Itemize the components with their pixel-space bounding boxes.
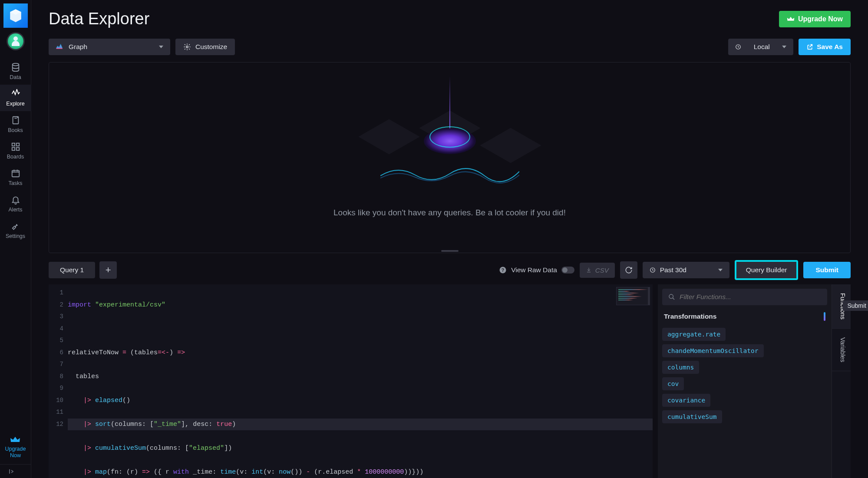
visualization-type-dropdown[interactable]: Graph [49, 39, 170, 55]
view-raw-data-label: View Raw Data [511, 266, 557, 274]
svg-point-7 [186, 46, 188, 48]
svg-rect-3 [16, 143, 19, 146]
nav-data-label: Data [10, 74, 21, 80]
wrench-icon [11, 221, 20, 231]
nav-upgrade-label: UpgradeNow [5, 446, 26, 459]
nav-settings-label: Settings [6, 233, 25, 239]
functions-section-title: Transformations [664, 313, 716, 320]
visualization-panel: Looks like you don't have any queries. B… [49, 62, 851, 253]
functions-panel: Transformations aggregate.rate chandeMom… [658, 284, 832, 478]
save-as-label: Save As [817, 43, 843, 51]
time-range-dropdown[interactable]: Past 30d [643, 262, 729, 278]
nav-data[interactable]: Data [0, 58, 31, 85]
editor-content[interactable]: import "experimental/csv" relativeToNow … [68, 284, 423, 478]
refresh-icon [625, 266, 633, 274]
query-tab-1[interactable]: Query 1 [49, 262, 95, 278]
side-tab-variables[interactable]: Variables [832, 329, 851, 371]
user-avatar[interactable] [7, 32, 25, 50]
graph-icon [56, 43, 63, 51]
nav-tasks-label: Tasks [9, 180, 23, 186]
submit-button[interactable]: Submit [803, 262, 851, 278]
function-item[interactable]: cumulativeSum [662, 410, 722, 423]
upgrade-now-label: Upgrade Now [798, 15, 843, 23]
editor-gutter: 123456789101112 [49, 284, 68, 478]
database-icon [11, 63, 20, 72]
upgrade-now-button[interactable]: Upgrade Now [779, 11, 851, 27]
timezone-label: Local [754, 43, 770, 51]
bell-icon [11, 195, 20, 204]
svg-point-12 [669, 294, 673, 298]
download-icon [586, 267, 592, 273]
add-query-button[interactable]: + [99, 261, 117, 279]
save-as-button[interactable]: Save As [799, 39, 851, 55]
crown-icon [10, 435, 20, 444]
functions-search[interactable] [662, 289, 827, 305]
search-icon [668, 293, 675, 300]
csv-label: CSV [595, 267, 609, 274]
empty-state-illustration [354, 98, 545, 198]
submit-tooltip: Submit [843, 300, 868, 311]
functions-list: aggregate.rate chandeMomentumOscillator … [662, 328, 827, 423]
gear-icon [183, 43, 191, 51]
empty-state-message: Looks like you don't have any queries. B… [333, 208, 566, 218]
svg-rect-4 [12, 148, 14, 150]
books-icon [11, 115, 20, 125]
nav-boards[interactable]: Boards [0, 138, 31, 164]
function-item[interactable]: cov [662, 377, 684, 390]
nav-explore[interactable]: Explore [0, 85, 31, 111]
explore-icon [11, 89, 20, 99]
time-range-label: Past 30d [660, 266, 686, 274]
crown-icon [787, 16, 795, 22]
toggle-switch[interactable] [561, 267, 574, 274]
export-icon [806, 43, 813, 50]
avatar-icon [8, 33, 23, 49]
page-title: Data Explorer [49, 10, 149, 28]
svg-point-0 [12, 63, 19, 66]
function-item[interactable]: aggregate.rate [662, 328, 726, 341]
nav-boards-label: Boards [7, 154, 24, 160]
function-item[interactable]: columns [662, 361, 699, 374]
function-item[interactable]: chandeMomentumOscillator [662, 344, 764, 357]
customize-label: Customize [195, 43, 227, 51]
scroll-indicator [824, 312, 825, 321]
svg-rect-6 [12, 171, 19, 177]
chevron-down-icon [718, 269, 723, 271]
nav-books[interactable]: Books [0, 111, 31, 138]
nav-upgrade[interactable]: UpgradeNow [5, 430, 26, 464]
csv-download-button[interactable]: CSV [580, 263, 615, 278]
svg-text:?: ? [502, 267, 504, 273]
nav-tasks[interactable]: Tasks [0, 164, 31, 191]
boards-icon [11, 142, 20, 152]
influx-logo-icon [8, 8, 23, 23]
nav-books-label: Books [8, 127, 23, 133]
left-nav: Data Explore Books Boards Tasks Alerts S… [0, 0, 31, 478]
clock-icon [735, 44, 741, 50]
nav-settings[interactable]: Settings [0, 217, 31, 244]
function-item[interactable]: covariance [662, 394, 710, 407]
collapse-icon [9, 468, 16, 475]
app-logo[interactable] [3, 3, 28, 28]
functions-search-input[interactable] [680, 293, 821, 301]
nav-alerts[interactable]: Alerts [0, 191, 31, 217]
nav-alerts-label: Alerts [9, 207, 23, 213]
query-builder-button[interactable]: Query Builder [735, 260, 799, 280]
refresh-button[interactable] [620, 261, 637, 279]
chevron-down-icon [159, 46, 163, 48]
customize-button[interactable]: Customize [175, 39, 235, 55]
panel-resize-handle[interactable] [441, 250, 459, 252]
clock-icon [650, 267, 656, 273]
flux-editor[interactable]: 123456789101112 import "experimental/csv… [49, 284, 653, 478]
calendar-icon [11, 168, 20, 178]
chevron-down-icon [782, 46, 786, 48]
svg-rect-2 [12, 143, 14, 146]
svg-rect-5 [16, 148, 19, 150]
timezone-dropdown[interactable]: Local [728, 39, 793, 55]
editor-minimap[interactable] [616, 287, 650, 305]
visualization-type-label: Graph [69, 43, 87, 51]
nav-explore-label: Explore [6, 101, 24, 107]
help-icon: ? [499, 266, 507, 274]
collapse-nav-button[interactable] [0, 464, 31, 478]
view-raw-data-toggle[interactable]: ? View Raw Data [499, 266, 574, 274]
